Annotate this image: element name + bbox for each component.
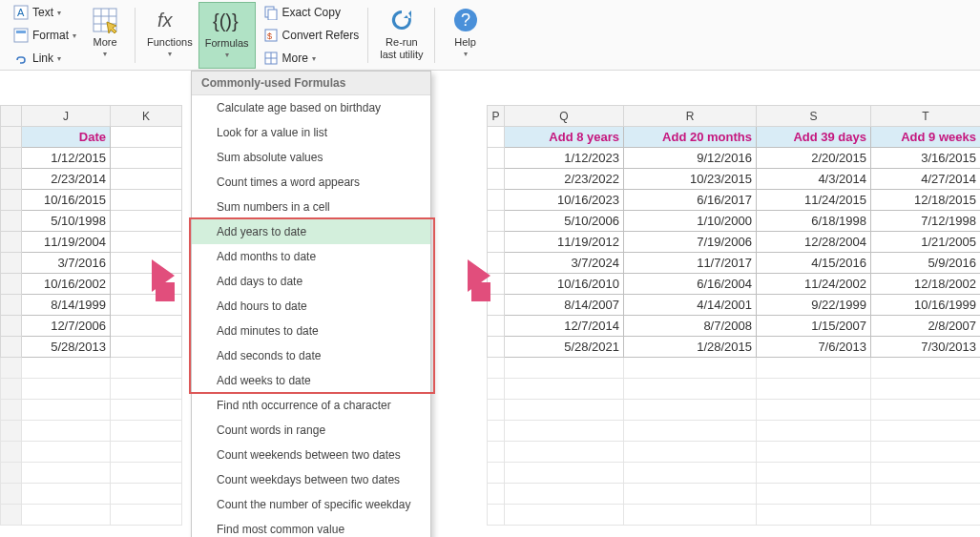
cell[interactable] <box>871 505 981 526</box>
cell[interactable]: 2/8/2007 <box>871 316 981 337</box>
cell[interactable]: 10/16/2023 <box>505 190 624 211</box>
cell[interactable]: 2/23/2022 <box>505 169 624 190</box>
cell[interactable] <box>22 505 111 526</box>
cell[interactable] <box>488 421 505 442</box>
cell[interactable] <box>111 442 182 463</box>
cell[interactable]: 4/14/2001 <box>624 295 757 316</box>
cell[interactable]: 3/7/2016 <box>22 253 111 274</box>
cell[interactable]: 1/28/2015 <box>624 337 757 358</box>
cell[interactable]: 12/18/2002 <box>871 274 981 295</box>
help-button[interactable]: ? Help ▾ <box>441 2 490 69</box>
cell[interactable]: 3/16/2015 <box>871 148 981 169</box>
cell[interactable]: 1/12/2023 <box>505 148 624 169</box>
cell[interactable] <box>488 400 505 421</box>
row-head[interactable] <box>1 337 22 358</box>
cell[interactable]: 11/24/2002 <box>757 274 871 295</box>
row-head[interactable] <box>1 274 22 295</box>
cell[interactable] <box>871 442 981 463</box>
cell[interactable]: 11/24/2015 <box>757 190 871 211</box>
cell[interactable] <box>488 211 505 232</box>
dd-add-months[interactable]: Add months to date <box>192 244 430 269</box>
cell[interactable]: 5/9/2016 <box>871 253 981 274</box>
dd-add-seconds[interactable]: Add seconds to date <box>192 343 430 368</box>
cell[interactable] <box>111 316 182 337</box>
dd-add-minutes[interactable]: Add minutes to date <box>192 319 430 343</box>
formulas-button[interactable]: {()} Formulas ▾ <box>198 2 256 69</box>
worksheet[interactable]: J K P Q R S T Date Add 8 years Add 20 mo… <box>0 105 980 526</box>
cell[interactable] <box>624 463 757 484</box>
cell[interactable]: 12/7/2006 <box>22 316 111 337</box>
cell[interactable] <box>505 421 624 442</box>
cell[interactable] <box>488 379 505 400</box>
cell[interactable] <box>505 484 624 505</box>
cell[interactable] <box>757 442 871 463</box>
cell[interactable]: 3/7/2024 <box>505 253 624 274</box>
cell[interactable] <box>22 442 111 463</box>
hdr-s[interactable]: Add 39 days <box>757 127 871 148</box>
cell[interactable] <box>488 190 505 211</box>
row-head[interactable] <box>1 505 22 526</box>
cell[interactable] <box>871 379 981 400</box>
cell[interactable] <box>757 421 871 442</box>
cell[interactable]: 9/22/1999 <box>757 295 871 316</box>
row-head[interactable] <box>1 127 22 148</box>
cell[interactable]: 11/7/2017 <box>624 253 757 274</box>
row-head[interactable] <box>1 253 22 274</box>
dd-lookup[interactable]: Look for a value in list <box>192 120 430 145</box>
dd-count-weekday[interactable]: Count the number of specific weekday <box>192 492 430 517</box>
dd-count-weekends[interactable]: Count weekends between two dates <box>192 443 430 467</box>
cell[interactable] <box>488 169 505 190</box>
row-head[interactable] <box>1 442 22 463</box>
format-button[interactable]: Format ▾ <box>10 25 80 46</box>
cell[interactable]: 8/14/1999 <box>22 295 111 316</box>
convert-refers-button[interactable]: $ Convert Refers <box>260 25 364 46</box>
row-head[interactable] <box>1 169 22 190</box>
cell[interactable]: 7/6/2013 <box>757 337 871 358</box>
cell[interactable] <box>111 400 182 421</box>
hdr-t[interactable]: Add 9 weeks <box>871 127 981 148</box>
dd-count-word[interactable]: Count times a word appears <box>192 170 430 195</box>
cell[interactable]: 7/19/2006 <box>624 232 757 253</box>
cell[interactable] <box>488 484 505 505</box>
cell[interactable] <box>624 379 757 400</box>
cell[interactable] <box>488 127 505 148</box>
cell[interactable] <box>488 337 505 358</box>
col-J[interactable]: J <box>22 106 111 127</box>
cell[interactable]: 5/10/1998 <box>22 211 111 232</box>
row-head[interactable] <box>1 463 22 484</box>
cell[interactable] <box>488 148 505 169</box>
rerun-button[interactable]: Re-run last utility <box>374 2 428 69</box>
cell[interactable]: 7/30/2013 <box>871 337 981 358</box>
text-button[interactable]: A Text ▾ <box>10 2 80 23</box>
row-head[interactable] <box>1 295 22 316</box>
dd-count-words-range[interactable]: Count words in range <box>192 418 430 443</box>
cell[interactable]: 6/16/2004 <box>624 274 757 295</box>
more-button-2[interactable]: More ▾ <box>260 48 364 69</box>
dd-sum-cell[interactable]: Sum numbers in a cell <box>192 195 430 219</box>
cell[interactable]: 5/10/2006 <box>505 211 624 232</box>
cell[interactable] <box>757 484 871 505</box>
cell[interactable] <box>22 358 111 379</box>
cell[interactable] <box>111 484 182 505</box>
cell[interactable] <box>488 232 505 253</box>
cell[interactable]: 8/7/2008 <box>624 316 757 337</box>
cell[interactable] <box>871 358 981 379</box>
cell[interactable]: 10/23/2015 <box>624 169 757 190</box>
col-S[interactable]: S <box>757 106 871 127</box>
col-R[interactable]: R <box>624 106 757 127</box>
dd-calc-age[interactable]: Calculate age based on birthday <box>192 95 430 120</box>
cell[interactable] <box>22 463 111 484</box>
row-head[interactable] <box>1 211 22 232</box>
cell[interactable] <box>757 379 871 400</box>
dd-find-common[interactable]: Find most common value <box>192 517 430 537</box>
cell[interactable] <box>22 484 111 505</box>
cell[interactable] <box>757 358 871 379</box>
cell[interactable] <box>757 505 871 526</box>
cell[interactable] <box>871 463 981 484</box>
cell[interactable] <box>22 421 111 442</box>
row-head[interactable] <box>1 379 22 400</box>
cell[interactable] <box>488 463 505 484</box>
cell[interactable] <box>488 442 505 463</box>
col-Q[interactable]: Q <box>505 106 624 127</box>
cell[interactable] <box>22 400 111 421</box>
